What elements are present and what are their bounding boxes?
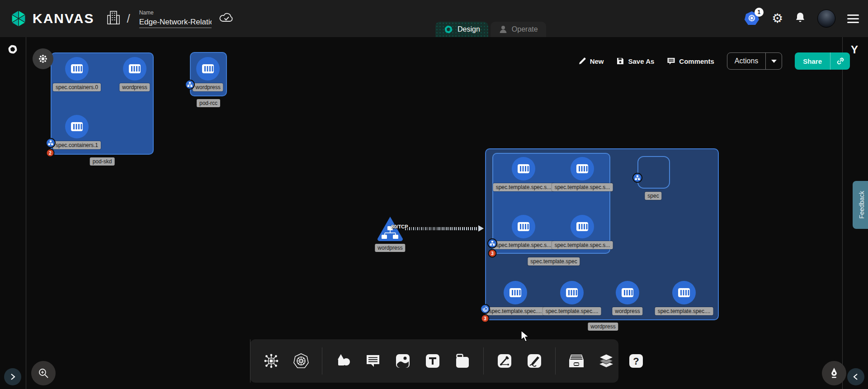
layers-tool-button[interactable] <box>597 352 615 370</box>
menu-hamburger-icon[interactable] <box>847 14 859 23</box>
app-header: KANVAS / Name <box>0 0 868 37</box>
network-port-icon[interactable] <box>46 138 56 148</box>
brand-name: KANVAS <box>33 11 94 26</box>
node-label: spec.template.spec.... <box>655 307 713 315</box>
container-node[interactable] <box>616 281 639 304</box>
draw-freehand-tool-button[interactable] <box>525 352 543 370</box>
layers-icon <box>598 353 615 369</box>
service-edge[interactable] <box>405 227 482 230</box>
design-canvas[interactable]: Y Feedback <box>0 37 868 389</box>
save-as-button[interactable]: Save As <box>616 57 654 65</box>
container-node[interactable] <box>571 215 594 238</box>
container-node[interactable] <box>123 57 146 81</box>
copy-link-button[interactable] <box>830 52 850 70</box>
draw-line-tool-button[interactable] <box>495 352 514 370</box>
design-spiral-icon <box>443 24 453 34</box>
components-tool-button[interactable] <box>262 352 280 370</box>
comments-icon <box>667 57 675 65</box>
help-question-icon: ? <box>628 353 644 369</box>
canvas-gear-button[interactable] <box>33 48 53 69</box>
comment-tool-button[interactable] <box>364 352 382 370</box>
group-label: wordpress <box>588 323 618 331</box>
tab-design[interactable]: Design <box>435 22 488 37</box>
drawer-archive-icon <box>568 354 585 368</box>
container-node[interactable] <box>65 115 89 138</box>
zoom-search-button[interactable] <box>31 361 56 385</box>
share-label: Share <box>803 57 822 65</box>
alert-count-badge[interactable]: 3 <box>488 249 497 258</box>
container-node[interactable] <box>196 57 220 81</box>
link-icon <box>836 57 845 66</box>
drawer-tool-button[interactable] <box>567 352 585 370</box>
node-label: spec.template.spec.... <box>486 307 545 315</box>
share-button[interactable]: Share <box>795 52 830 70</box>
container-node[interactable] <box>512 215 535 238</box>
new-pencil-icon <box>578 57 586 65</box>
left-panel-divider <box>26 37 26 389</box>
actions-button[interactable]: Actions <box>727 53 765 69</box>
node-label: spec.template.spec.s... <box>493 183 554 191</box>
node-label: wordpress <box>375 244 405 252</box>
node-label: spec.template.spec.s... <box>552 183 613 191</box>
kanvas-logo-icon <box>9 9 28 28</box>
shapes-icon <box>335 353 351 369</box>
container-node[interactable] <box>504 281 527 304</box>
group-label: pod-skd <box>90 157 115 166</box>
canvas-toolbar: ? <box>250 339 618 383</box>
group-spec[interactable] <box>637 156 670 189</box>
edge-arrowhead <box>478 225 484 232</box>
actions-split-button[interactable]: Actions <box>727 52 782 70</box>
settings-gear-icon[interactable]: ⚙ <box>772 12 783 25</box>
pencil-freehand-icon <box>527 353 542 369</box>
group-label: spec.template.spec <box>528 257 580 266</box>
breadcrumb-separator: / <box>127 12 130 26</box>
notifications-bell-icon[interactable] <box>795 12 806 25</box>
container-node[interactable] <box>571 157 594 180</box>
node-label: wordpress <box>612 307 642 315</box>
user-avatar[interactable] <box>817 9 835 28</box>
container-node[interactable] <box>512 157 535 180</box>
edge-port-label: 80/TCP <box>391 224 408 229</box>
text-icon <box>425 353 440 369</box>
shapes-tool-button[interactable] <box>334 352 352 370</box>
save-as-label: Save As <box>628 57 654 65</box>
expand-left-panel-button[interactable] <box>4 368 21 385</box>
network-port-icon[interactable] <box>185 80 195 90</box>
container-node[interactable] <box>672 281 696 304</box>
node-label: spec.template.spec.s... <box>493 241 554 249</box>
kubernetes-context-button[interactable]: 1 <box>745 11 760 26</box>
service-node[interactable] <box>376 215 405 243</box>
note-tool-button[interactable] <box>453 352 472 370</box>
alert-count-badge[interactable]: 3 <box>481 314 490 323</box>
feedback-tab[interactable]: Feedback <box>853 181 868 229</box>
svg-text:?: ? <box>633 356 639 367</box>
tab-operate-label: Operate <box>512 25 538 33</box>
container-node[interactable] <box>65 57 89 81</box>
tab-operate[interactable]: Operate <box>491 22 546 37</box>
kanvas-logo[interactable]: KANVAS <box>9 9 94 28</box>
comments-button[interactable]: Comments <box>667 57 714 65</box>
components-chip-icon <box>264 353 279 369</box>
pen-nib-button[interactable] <box>822 361 846 385</box>
image-tool-button[interactable] <box>394 352 412 370</box>
node-label: spec.template.spec.s... <box>552 241 613 249</box>
share-split-button[interactable]: Share <box>795 52 850 70</box>
image-icon <box>395 353 410 369</box>
network-port-icon[interactable] <box>487 238 497 248</box>
expand-right-panel-button[interactable] <box>847 368 864 385</box>
network-port-icon[interactable] <box>632 173 642 183</box>
design-name-input[interactable] <box>139 17 212 28</box>
tab-design-label: Design <box>458 25 480 33</box>
organization-icon[interactable] <box>107 10 120 27</box>
actions-dropdown-button[interactable] <box>765 53 782 69</box>
y-icon[interactable]: Y <box>851 43 858 56</box>
design-spiral-shortcut-icon[interactable] <box>7 43 19 57</box>
container-node[interactable] <box>560 281 584 304</box>
node-label: wordpress <box>119 83 150 91</box>
deployment-port-icon[interactable] <box>480 304 490 314</box>
help-tool-button[interactable]: ? <box>627 352 645 370</box>
alert-count-badge[interactable]: 2 <box>46 149 55 157</box>
kubernetes-tool-button[interactable] <box>292 352 310 370</box>
new-button[interactable]: New <box>578 57 604 65</box>
text-tool-button[interactable] <box>424 352 442 370</box>
